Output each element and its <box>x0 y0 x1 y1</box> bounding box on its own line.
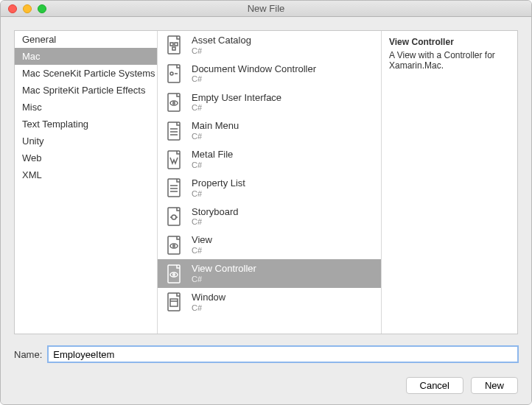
svg-point-7 <box>170 101 178 105</box>
template-subtitle: C# <box>192 74 316 84</box>
category-list[interactable]: GeneralMacMac SceneKit Particle SystemsM… <box>15 31 158 334</box>
svg-point-18 <box>170 272 178 277</box>
template-subtitle: C# <box>192 189 245 199</box>
template-name: Document Window Controller <box>192 63 316 75</box>
template-name: Property List <box>192 177 245 189</box>
category-item[interactable]: General <box>15 31 157 48</box>
file-icon <box>164 206 184 227</box>
new-file-dialog: New File GeneralMacMac SceneKit Particle… <box>0 0 532 405</box>
svg-rect-2 <box>175 43 178 46</box>
file-icon <box>164 63 184 84</box>
name-row: Name: <box>1 342 531 370</box>
template-subtitle: C# <box>192 161 233 170</box>
template-item[interactable]: Metal FileC# <box>158 145 381 174</box>
template-item[interactable]: ViewC# <box>158 230 381 259</box>
template-subtitle: C# <box>192 303 225 313</box>
detail-title: View Controller <box>389 37 510 47</box>
category-item[interactable]: XML <box>15 166 157 183</box>
file-icon <box>164 121 184 141</box>
template-name: Asset Catalog <box>192 35 251 46</box>
svg-point-13 <box>172 215 176 219</box>
template-subtitle: C# <box>192 132 239 141</box>
template-name: Storyboard <box>192 206 239 218</box>
template-name: Window <box>192 292 225 303</box>
template-text: Property ListC# <box>192 177 245 199</box>
template-name: Metal File <box>192 149 233 161</box>
template-text: WindowC# <box>192 292 225 313</box>
template-subtitle: C# <box>192 103 281 113</box>
template-name: Empty User Interface <box>192 92 281 104</box>
template-subtitle: C# <box>192 217 239 227</box>
category-item[interactable]: Mac SpriteKit Particle Effects <box>15 82 157 99</box>
template-item[interactable]: Property ListC# <box>158 174 381 202</box>
cancel-button[interactable]: Cancel <box>406 377 463 394</box>
detail-description: A View with a Controller for Xamarin.Mac… <box>389 50 510 71</box>
detail-panel: View Controller A View with a Controller… <box>382 31 517 334</box>
panels: GeneralMacMac SceneKit Particle SystemsM… <box>14 30 518 334</box>
template-text: Document Window ControllerC# <box>192 63 316 85</box>
template-subtitle: C# <box>192 275 256 284</box>
svg-rect-21 <box>170 299 178 306</box>
category-item[interactable]: Mac SceneKit Particle Systems <box>15 65 157 82</box>
svg-point-15 <box>170 244 178 248</box>
button-row: Cancel New <box>1 370 531 404</box>
svg-point-8 <box>173 102 175 105</box>
category-item[interactable]: Misc <box>15 99 157 116</box>
template-text: Empty User InterfaceC# <box>192 92 281 113</box>
svg-point-19 <box>173 273 175 275</box>
file-icon <box>164 92 184 113</box>
template-item[interactable]: Asset CatalogC# <box>158 31 381 60</box>
template-list[interactable]: Asset CatalogC#Document Window Controlle… <box>158 31 382 334</box>
template-item[interactable]: View ControllerC# <box>158 259 381 288</box>
template-name: Main Menu <box>192 120 239 132</box>
template-text: Metal FileC# <box>192 149 233 170</box>
file-icon <box>164 35 184 55</box>
window-title: New File <box>1 3 531 14</box>
svg-rect-1 <box>170 43 173 46</box>
name-label: Name: <box>14 349 42 360</box>
titlebar: New File <box>1 1 531 17</box>
category-item[interactable]: Mac <box>15 48 157 65</box>
name-input[interactable] <box>48 346 518 362</box>
category-item[interactable]: Text Templating <box>15 116 157 133</box>
template-item[interactable]: Document Window ControllerC# <box>158 60 381 88</box>
template-text: Asset CatalogC# <box>192 35 251 56</box>
template-text: StoryboardC# <box>192 206 239 228</box>
svg-rect-3 <box>172 47 175 50</box>
template-item[interactable]: WindowC# <box>158 288 381 317</box>
template-item[interactable]: StoryboardC# <box>158 202 381 231</box>
file-icon <box>164 235 184 256</box>
template-text: ViewC# <box>192 234 212 256</box>
template-text: Main MenuC# <box>192 120 239 141</box>
template-name: View Controller <box>192 263 256 275</box>
template-item[interactable]: Main MenuC# <box>158 116 381 145</box>
template-text: View ControllerC# <box>192 263 256 284</box>
template-name: View <box>192 234 212 246</box>
template-subtitle: C# <box>192 46 251 56</box>
category-item[interactable]: Web <box>15 149 157 166</box>
file-icon <box>164 292 184 312</box>
new-button[interactable]: New <box>471 377 518 394</box>
category-item[interactable]: Unity <box>15 133 157 149</box>
dialog-content: GeneralMacMac SceneKit Particle SystemsM… <box>1 17 531 404</box>
svg-point-16 <box>173 245 175 247</box>
file-icon <box>164 177 184 198</box>
file-icon <box>164 149 184 170</box>
template-item[interactable]: Empty User InterfaceC# <box>158 88 381 117</box>
svg-point-5 <box>170 72 173 75</box>
template-subtitle: C# <box>192 246 212 256</box>
file-icon <box>164 264 184 284</box>
